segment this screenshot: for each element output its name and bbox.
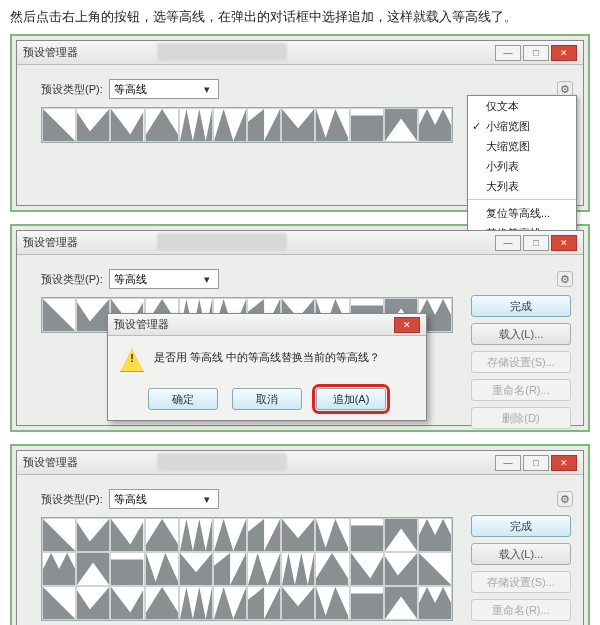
contour-thumbnail[interactable]	[350, 518, 384, 552]
contour-thumbnail[interactable]	[213, 108, 247, 142]
contour-thumbnail[interactable]	[42, 518, 76, 552]
contour-thumbnail[interactable]	[418, 586, 452, 620]
preset-type-label: 预设类型(P):	[41, 272, 103, 287]
svg-marker-52	[180, 587, 212, 619]
contour-thumbnail[interactable]	[350, 108, 384, 142]
svg-marker-35	[419, 519, 451, 551]
contour-thumbnail[interactable]	[315, 518, 349, 552]
contour-thumbnail[interactable]	[418, 108, 452, 142]
close-button[interactable]: ✕	[551, 455, 577, 471]
preset-type-label: 预设类型(P):	[41, 492, 103, 507]
contour-thumbnail[interactable]	[179, 586, 213, 620]
preset-type-value: 等高线	[114, 272, 147, 287]
screenshot-panel-3: 预设管理器 — □ ✕ 预设类型(P): 等高线 ▾ ⚙ 完成 载入(L)...…	[10, 444, 590, 625]
contour-thumbnail[interactable]	[384, 108, 418, 142]
contour-thumbnail[interactable]	[315, 552, 349, 586]
contour-thumbnail[interactable]	[213, 586, 247, 620]
contour-thumbnail[interactable]	[213, 518, 247, 552]
contour-thumbnail[interactable]	[76, 552, 110, 586]
minimize-button[interactable]: —	[495, 45, 521, 61]
contour-thumbnail[interactable]	[42, 298, 76, 332]
contour-thumbnail[interactable]	[76, 586, 110, 620]
contour-thumbnail[interactable]	[145, 518, 179, 552]
menu-item-large-thumb[interactable]: 大缩览图	[468, 136, 576, 156]
ok-button[interactable]: 确定	[148, 388, 218, 410]
contour-thumbnail[interactable]	[281, 108, 315, 142]
contour-thumbnail[interactable]	[350, 586, 384, 620]
contour-thumbnail[interactable]	[418, 518, 452, 552]
menu-item-small-thumb[interactable]: 小缩览图	[468, 116, 576, 136]
done-button[interactable]: 完成	[471, 515, 571, 537]
preset-type-select[interactable]: 等高线 ▾	[109, 269, 219, 289]
contour-thumbnail[interactable]	[145, 108, 179, 142]
titlebar[interactable]: 预设管理器 — □ ✕	[17, 451, 583, 475]
maximize-button[interactable]: □	[523, 45, 549, 61]
contour-thumbnail[interactable]	[76, 298, 110, 332]
svg-marker-51	[146, 587, 178, 619]
maximize-button[interactable]: □	[523, 455, 549, 471]
dialog-titlebar[interactable]: 预设管理器 ✕	[108, 314, 426, 336]
close-button[interactable]: ✕	[551, 45, 577, 61]
svg-marker-45	[351, 553, 383, 585]
contour-thumbnail[interactable]	[213, 552, 247, 586]
contour-thumbnail[interactable]	[76, 108, 110, 142]
contour-thumbnail-grid[interactable]	[41, 107, 453, 143]
menu-item-reset[interactable]: 复位等高线...	[468, 203, 576, 223]
contour-thumbnail[interactable]	[110, 108, 144, 142]
contour-thumbnail[interactable]	[42, 586, 76, 620]
contour-thumbnail[interactable]	[281, 552, 315, 586]
minimize-button[interactable]: —	[495, 235, 521, 251]
gear-icon[interactable]: ⚙	[557, 271, 573, 287]
contour-thumbnail[interactable]	[281, 586, 315, 620]
contour-thumbnail-grid[interactable]	[41, 517, 453, 621]
contour-thumbnail[interactable]	[247, 552, 281, 586]
chevron-down-icon: ▾	[200, 83, 214, 96]
contour-thumbnail[interactable]	[315, 586, 349, 620]
maximize-button[interactable]: □	[523, 235, 549, 251]
contour-thumbnail[interactable]	[350, 552, 384, 586]
svg-marker-8	[316, 109, 348, 141]
contour-thumbnail[interactable]	[281, 518, 315, 552]
screenshot-panel-1: 预设管理器 — □ ✕ 预设类型(P): 等高线 ▾ ⚙ 仅文本 小缩览图 大缩…	[10, 34, 590, 212]
menu-item-small-list[interactable]: 小列表	[468, 156, 576, 176]
contour-thumbnail[interactable]	[145, 586, 179, 620]
contour-thumbnail[interactable]	[110, 552, 144, 586]
contour-thumbnail[interactable]	[145, 552, 179, 586]
contour-thumbnail[interactable]	[247, 518, 281, 552]
contour-thumbnail[interactable]	[179, 108, 213, 142]
svg-marker-12	[43, 299, 75, 331]
svg-marker-46	[385, 553, 417, 585]
contour-thumbnail[interactable]	[179, 552, 213, 586]
contour-thumbnail[interactable]	[110, 586, 144, 620]
contour-thumbnail[interactable]	[384, 552, 418, 586]
done-button[interactable]: 完成	[471, 295, 571, 317]
contour-thumbnail[interactable]	[110, 518, 144, 552]
titlebar[interactable]: 预设管理器 — □ ✕	[17, 41, 583, 65]
contour-thumbnail[interactable]	[76, 518, 110, 552]
load-button[interactable]: 载入(L)...	[471, 323, 571, 345]
gear-icon[interactable]: ⚙	[557, 491, 573, 507]
contour-thumbnail[interactable]	[179, 518, 213, 552]
menu-item-large-list[interactable]: 大列表	[468, 176, 576, 196]
contour-thumbnail[interactable]	[315, 108, 349, 142]
contour-thumbnail[interactable]	[42, 552, 76, 586]
contour-thumbnail[interactable]	[247, 586, 281, 620]
minimize-button[interactable]: —	[495, 455, 521, 471]
contour-thumbnail[interactable]	[42, 108, 76, 142]
titlebar[interactable]: 预设管理器 — □ ✕	[17, 231, 583, 255]
close-button[interactable]: ✕	[551, 235, 577, 251]
svg-marker-30	[248, 519, 280, 551]
contour-thumbnail[interactable]	[384, 518, 418, 552]
svg-marker-50	[111, 587, 143, 619]
preset-type-select[interactable]: 等高线 ▾	[109, 79, 219, 99]
preset-type-select[interactable]: 等高线 ▾	[109, 489, 219, 509]
load-button[interactable]: 载入(L)...	[471, 543, 571, 565]
dialog-close-button[interactable]: ✕	[394, 317, 420, 333]
cancel-button[interactable]: 取消	[232, 388, 302, 410]
menu-item-text-only[interactable]: 仅文本	[468, 96, 576, 116]
contour-thumbnail[interactable]	[384, 586, 418, 620]
contour-thumbnail[interactable]	[247, 108, 281, 142]
svg-marker-58	[385, 587, 417, 619]
append-button[interactable]: 追加(A)	[316, 388, 386, 410]
contour-thumbnail[interactable]	[418, 552, 452, 586]
